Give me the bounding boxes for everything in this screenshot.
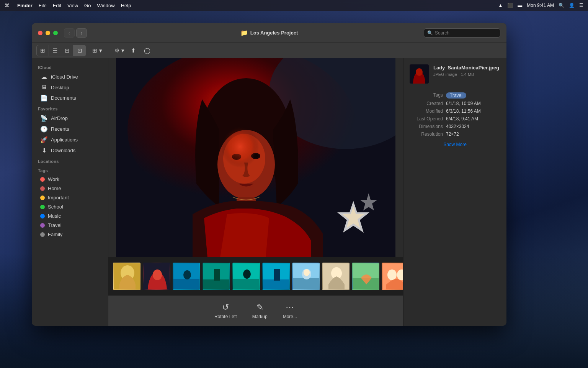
svg-point-51	[416, 68, 423, 76]
menubar-file[interactable]: File	[39, 3, 47, 8]
file-name: Lady_SantaMonicaPier.jpeg	[433, 64, 499, 71]
thumbnail-5[interactable]	[232, 263, 260, 290]
thumbnail-7[interactable]	[292, 263, 320, 290]
markup-label: Markup	[252, 314, 268, 319]
thumbnail-strip	[108, 257, 403, 295]
svg-rect-27	[233, 279, 260, 290]
thumbnail-2[interactable]	[143, 263, 170, 290]
family-tag-dot	[40, 232, 45, 237]
show-more-link[interactable]: Show More	[410, 142, 500, 147]
more-label: More...	[283, 314, 297, 319]
menubar-right: ▲ ⬛ ▬ Mon 9:41 AM 🔍 👤 ☰	[498, 3, 583, 8]
menubar-app-name[interactable]: Finder	[17, 3, 33, 8]
thumb-2-img	[144, 263, 170, 290]
icloud-drive-icon: ☁	[40, 73, 48, 80]
sidebar-item-school-label: School	[48, 204, 63, 210]
sidebar-item-icloud-drive[interactable]: ☁ iCloud Drive	[34, 72, 106, 82]
sidebar-item-recents-label: Recents	[51, 126, 69, 132]
thumbnail-8[interactable]	[322, 263, 350, 290]
dimensions-label: Dimensions	[410, 123, 446, 130]
cast-icon: ⬛	[507, 3, 513, 8]
menubar-view[interactable]: View	[67, 3, 78, 8]
forward-button[interactable]: ›	[76, 28, 87, 38]
icon-view-button[interactable]: ⊞	[37, 45, 49, 56]
sidebar-item-music[interactable]: Music	[34, 212, 106, 220]
column-view-button[interactable]: ⊟	[61, 45, 74, 56]
last-opened-row: Last Opened 6/4/18, 9:41 AM	[410, 115, 500, 123]
sidebar-item-school[interactable]: School	[34, 202, 106, 211]
sidebar-item-downloads[interactable]: ⬇ Downloads	[34, 145, 106, 156]
sidebar-item-family[interactable]: Family	[34, 230, 106, 239]
minimize-button[interactable]	[46, 31, 50, 35]
file-area: ↺ Rotate Left ✎ Markup ⋯ More...	[108, 58, 403, 326]
home-tag-dot	[40, 186, 45, 191]
rotate-left-button[interactable]: ↺ Rotate Left	[214, 302, 237, 319]
menubar-edit[interactable]: Edit	[53, 3, 61, 8]
file-size-separator: -	[458, 72, 461, 77]
sidebar-item-desktop[interactable]: 🖥 Desktop	[34, 82, 106, 92]
sidebar-item-recents[interactable]: 🕐 Recents	[34, 124, 106, 134]
svg-point-14	[208, 115, 284, 199]
menubar-window[interactable]: Window	[97, 3, 114, 8]
svg-rect-30	[263, 279, 290, 290]
main-photo[interactable]	[116, 58, 395, 257]
sidebar-item-important-label: Important	[48, 195, 69, 200]
tags-label: Tags	[410, 91, 446, 100]
thumbnail-10[interactable]	[382, 263, 403, 290]
maximize-button[interactable]	[53, 31, 58, 35]
tags-button[interactable]: ◯	[141, 45, 153, 56]
thumbnail-4[interactable]	[203, 263, 230, 290]
window-title-text: Los Angeles Project	[250, 30, 298, 36]
user-avatar[interactable]: 👤	[569, 3, 575, 8]
sidebar-item-home[interactable]: Home	[34, 184, 106, 193]
preview-area	[108, 58, 403, 257]
svg-rect-24	[203, 279, 230, 290]
thumbnail-6[interactable]	[262, 263, 290, 290]
recents-icon: 🕐	[40, 125, 48, 133]
markup-button[interactable]: ✎ Markup	[252, 302, 268, 319]
last-opened-label: Last Opened	[410, 115, 446, 123]
sidebar-item-important[interactable]: Important	[34, 193, 106, 202]
markup-icon: ✎	[256, 302, 263, 312]
sidebar-item-music-label: Music	[48, 213, 61, 219]
thumb-5-img	[233, 263, 260, 290]
svg-point-41	[387, 269, 397, 280]
thumbnail-9[interactable]	[352, 263, 379, 290]
share-button[interactable]: ⬆	[127, 45, 139, 56]
svg-rect-33	[293, 278, 320, 290]
menubar-go[interactable]: Go	[84, 3, 91, 8]
icloud-section-header: iCloud	[32, 62, 108, 71]
menubar-help[interactable]: Help	[121, 3, 131, 8]
search-box[interactable]: 🔍	[424, 28, 500, 38]
apple-menu[interactable]: ⌘	[5, 3, 10, 8]
action-button[interactable]: ⚙ ▾	[113, 45, 126, 56]
back-button[interactable]: ‹	[64, 28, 75, 38]
downloads-icon: ⬇	[40, 147, 48, 154]
list-view-button[interactable]: ☰	[49, 45, 61, 56]
toolbar-right: 🔍	[424, 28, 500, 38]
tag-badge[interactable]: Travel	[446, 92, 466, 99]
sidebar-item-applications[interactable]: 🚀 Applications	[34, 135, 106, 145]
thumbnail-3[interactable]	[173, 263, 200, 290]
sidebar-item-documents[interactable]: 📄 Documents	[34, 93, 106, 103]
sidebar-item-desktop-label: Desktop	[51, 85, 69, 90]
control-center-icon[interactable]: ☰	[579, 3, 583, 8]
thumbnail-1[interactable]	[113, 263, 140, 290]
last-opened-value: 6/4/18, 9:41 AM	[446, 115, 500, 123]
more-button[interactable]: ⋯ More...	[283, 302, 297, 319]
metadata-table: Tags Travel Created 6/1/18, 10:09 AM Mod…	[410, 91, 500, 138]
gallery-view-button[interactable]: ⊡	[74, 45, 86, 56]
sidebar-item-travel[interactable]: Travel	[34, 221, 106, 230]
sidebar-item-airdrop[interactable]: 📡 AirDrop	[34, 113, 106, 123]
sidebar-item-work[interactable]: Work	[34, 175, 106, 184]
menubar: ⌘ Finder File Edit View Go Window Help ▲…	[0, 0, 588, 11]
search-input[interactable]	[435, 30, 497, 36]
created-row: Created 6/1/18, 10:09 AM	[410, 100, 500, 107]
search-menubar-icon[interactable]: 🔍	[559, 3, 564, 8]
sidebar: iCloud ☁ iCloud Drive 🖥 Desktop 📄 Docume…	[32, 58, 108, 326]
close-button[interactable]	[38, 31, 42, 35]
file-info-text: Lady_SantaMonicaPier.jpeg JPEG image - 1…	[433, 64, 499, 77]
file-preview-header: Lady_SantaMonicaPier.jpeg JPEG image - 1…	[410, 64, 500, 84]
nav-buttons: ‹ ›	[64, 28, 87, 38]
sort-button[interactable]: ⊞ ▾	[88, 45, 107, 56]
